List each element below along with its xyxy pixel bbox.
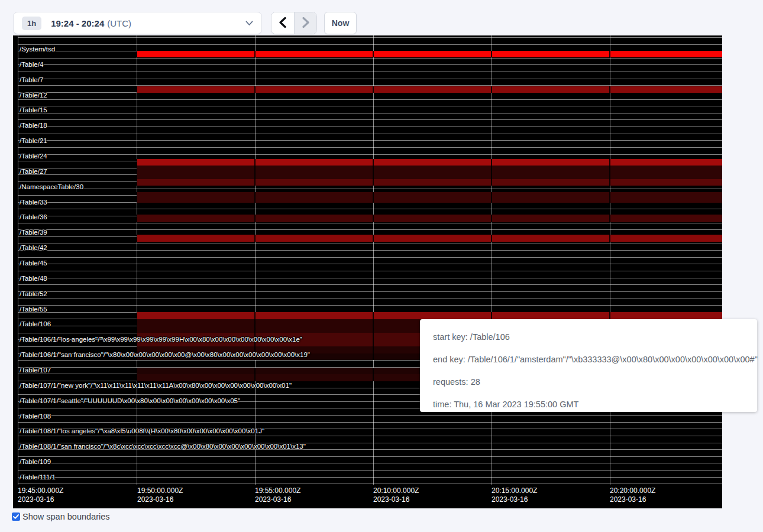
tick-date: 2023-03-16 — [18, 495, 63, 504]
show-span-boundaries-toggle[interactable]: Show span boundaries — [12, 512, 110, 521]
x-axis-tick: 20:15:00.000Z2023-03-16 — [492, 486, 537, 504]
time-range-text: 19:24 - 20:24 — [51, 18, 104, 28]
x-axis-tick: 20:10:00.000Z2023-03-16 — [373, 486, 419, 504]
tooltip-time: time: Thu, 16 Mar 2023 19:55:00 GMT — [433, 400, 744, 409]
span-key-label: /Table/106 — [20, 320, 51, 328]
span-key-label: /Table/107/1/"seattle"/"UUUUUUD\x00\x80\… — [20, 397, 240, 405]
span-key-label: /Table/21 — [20, 137, 47, 145]
tick-date: 2023-03-16 — [373, 495, 419, 504]
toolbar: 1h 19:24 - 20:24 (UTC) Now — [13, 12, 357, 34]
span-key-label: /Table/42 — [20, 244, 47, 252]
span-key-label: /Table/45 — [20, 259, 47, 267]
span-key-label: /Table/36 — [20, 213, 47, 221]
x-axis-tick: 20:20:00.000Z2023-03-16 — [610, 486, 655, 504]
tooltip-start-key: start key: /Table/106 — [433, 332, 744, 342]
time-gridline — [255, 35, 256, 485]
span-boundary-lines — [18, 37, 722, 485]
time-range-select[interactable]: 1h 19:24 - 20:24 (UTC) — [13, 12, 262, 34]
time-nav-group — [271, 12, 317, 34]
heat-band[interactable] — [137, 166, 722, 179]
span-key-label: /Table/33 — [20, 199, 47, 206]
span-key-label: /System/tsd — [20, 46, 55, 53]
span-key-label: /Table/48 — [20, 275, 47, 283]
chevron-down-icon — [245, 21, 253, 26]
span-key-label: /Table/12 — [20, 92, 47, 99]
heat-band[interactable] — [137, 235, 722, 242]
span-key-label: /Table/109 — [20, 458, 51, 466]
chevron-right-icon — [302, 17, 309, 30]
span-key-label: /Table/107/1/"new york"/"\x11\x11\x11\x1… — [20, 382, 292, 390]
x-axis-tick: 19:45:00.000Z2023-03-16 — [18, 486, 63, 504]
prev-time-button[interactable] — [271, 12, 294, 34]
span-key-label: /Table/108 — [20, 413, 51, 420]
heat-band[interactable] — [137, 215, 722, 222]
span-key-label: /Table/27 — [20, 168, 47, 176]
now-button[interactable]: Now — [324, 12, 357, 34]
tick-time: 20:20:00.000Z — [610, 486, 655, 495]
heat-band[interactable] — [137, 312, 722, 319]
heat-band[interactable] — [137, 192, 722, 203]
heat-band[interactable] — [137, 86, 722, 93]
heat-band[interactable] — [137, 179, 722, 186]
duration-badge: 1h — [22, 17, 41, 30]
timezone-text: (UTC) — [107, 18, 131, 28]
cell-tooltip: start key: /Table/106 end key: /Table/10… — [420, 319, 757, 412]
time-gridline — [610, 35, 610, 485]
span-key-label: /Table/4 — [20, 61, 43, 69]
tick-time: 19:50:00.000Z — [137, 486, 183, 495]
time-gridline — [137, 35, 137, 485]
time-gridline — [373, 35, 374, 485]
heatmap-canvas[interactable]: /System/tsd/Table/4/Table/7/Table/12/Tab… — [13, 35, 722, 508]
span-key-label: /Table/39 — [20, 229, 47, 236]
span-key-label: /Table/111/1 — [20, 473, 56, 481]
x-axis-tick: 19:50:00.000Z2023-03-16 — [137, 486, 183, 504]
span-key-label: /Table/107 — [20, 366, 51, 374]
next-time-button[interactable] — [294, 12, 316, 34]
tick-date: 2023-03-16 — [137, 495, 183, 504]
span-key-label: /Table/108/1/"san francisco"/"\x8c\xcc\x… — [20, 443, 306, 450]
tick-date: 2023-03-16 — [255, 495, 300, 504]
tick-date: 2023-03-16 — [610, 495, 655, 504]
time-gridline — [18, 35, 18, 485]
span-key-label: /Table/108/1/"los angeles"/"\xa8\xf5\u00… — [20, 427, 264, 435]
heat-band[interactable] — [137, 159, 722, 166]
span-key-label: /Table/7 — [20, 76, 43, 84]
tooltip-end-key: end key: /Table/106/1/"amsterdam"/"\xb33… — [433, 355, 744, 364]
span-key-label: /Table/55 — [20, 306, 47, 313]
tick-time: 19:55:00.000Z — [255, 486, 300, 495]
tick-time: 19:45:00.000Z — [18, 486, 63, 495]
tick-time: 20:15:00.000Z — [492, 486, 537, 495]
tooltip-requests: requests: 28 — [433, 377, 744, 387]
time-gridline — [492, 35, 492, 485]
checkbox-checked-icon[interactable] — [12, 512, 20, 521]
span-key-label: /Table/24 — [20, 153, 47, 160]
tick-date: 2023-03-16 — [492, 495, 537, 504]
span-key-label: /Table/15 — [20, 106, 47, 114]
span-key-label: /Table/106/1/"los angeles"/"\x99\x99\x99… — [20, 336, 302, 343]
show-span-boundaries-label: Show span boundaries — [22, 512, 110, 521]
span-key-label: /NamespaceTable/30 — [20, 183, 83, 191]
x-axis-tick: 19:55:00.000Z2023-03-16 — [255, 486, 300, 504]
span-key-label: /Table/106/1/"san francisco"/"\x80\x00\x… — [20, 351, 310, 359]
chevron-left-icon — [279, 17, 286, 30]
tick-time: 20:10:00.000Z — [373, 486, 419, 495]
span-key-label: /Table/18 — [20, 122, 47, 129]
heat-band[interactable] — [137, 51, 722, 57]
span-key-label: /Table/52 — [20, 290, 47, 298]
